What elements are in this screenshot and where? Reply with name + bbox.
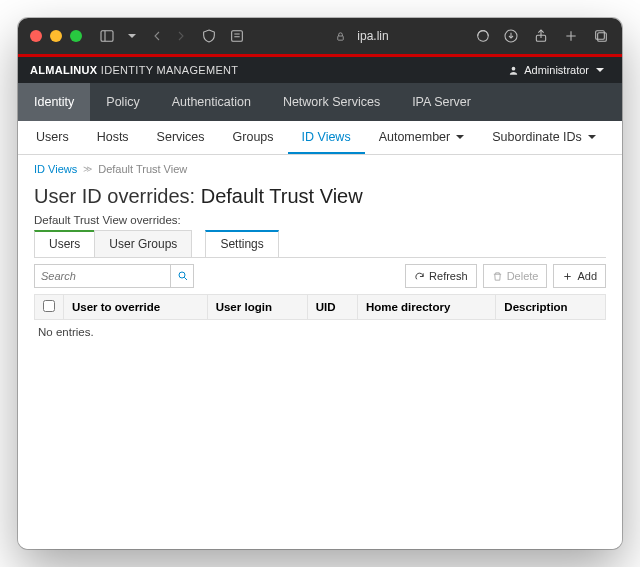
col-select-all — [35, 295, 64, 320]
overrides-table: User to override User login UID Home dir… — [34, 294, 606, 320]
chevron-down-icon — [594, 64, 604, 76]
svg-rect-0 — [101, 31, 113, 42]
col-description[interactable]: Description — [496, 295, 606, 320]
brand: ALMALINUX IDENTITY MANAGEMENT — [30, 64, 238, 76]
col-user-to-override[interactable]: User to override — [64, 295, 208, 320]
plus-icon — [562, 271, 573, 282]
chevron-down-icon — [586, 130, 596, 144]
nav1-network-services[interactable]: Network Services — [267, 83, 396, 121]
toolbar: Refresh Delete Add — [34, 264, 606, 288]
trash-icon — [492, 271, 503, 282]
user-icon — [508, 65, 519, 76]
add-button[interactable]: Add — [553, 264, 606, 288]
sidebar-toggle-icon[interactable] — [98, 27, 116, 45]
inner-tab-user-groups[interactable]: User Groups — [94, 230, 192, 257]
shield-icon[interactable] — [200, 27, 218, 45]
user-menu-label: Administrator — [524, 64, 589, 76]
col-user-login[interactable]: User login — [207, 295, 307, 320]
downloads-icon[interactable] — [502, 27, 520, 45]
svg-rect-5 — [338, 36, 344, 40]
inner-tabs: Users User Groups Settings — [34, 230, 606, 258]
refresh-button[interactable]: Refresh — [405, 264, 477, 288]
svg-line-15 — [184, 277, 187, 280]
page-subtitle: Default Trust View overrides: — [34, 214, 606, 226]
browser-titlebar: ipa.lin — [18, 18, 622, 54]
nav-forward-button[interactable] — [172, 27, 190, 45]
lock-icon — [331, 27, 349, 45]
breadcrumb: ID Views ≫ Default Trust View — [34, 163, 606, 175]
user-menu[interactable]: Administrator — [502, 61, 610, 79]
url-host: ipa.lin — [357, 29, 388, 43]
nav1-authentication[interactable]: Authentication — [156, 83, 267, 121]
reload-button[interactable] — [474, 27, 492, 45]
col-home-directory[interactable]: Home directory — [357, 295, 495, 320]
breadcrumb-root[interactable]: ID Views — [34, 163, 77, 175]
app-header: ALMALINUX IDENTITY MANAGEMENT Administra… — [18, 57, 622, 83]
select-all-checkbox[interactable] — [43, 300, 55, 312]
minimize-window-button[interactable] — [50, 30, 62, 42]
nav2-subordinate-ids[interactable]: Subordinate IDs — [478, 121, 610, 154]
table-empty-message: No entries. — [34, 320, 606, 344]
svg-point-14 — [179, 272, 185, 278]
nav1-ipa-server[interactable]: IPA Server — [396, 83, 487, 121]
inner-tab-users[interactable]: Users — [34, 230, 95, 257]
breadcrumb-separator: ≫ — [83, 164, 92, 174]
primary-nav: Identity Policy Authentication Network S… — [18, 83, 622, 121]
svg-rect-2 — [232, 31, 243, 42]
address-bar[interactable]: ipa.lin — [256, 27, 464, 45]
share-icon[interactable] — [532, 27, 550, 45]
content-area: ID Views ≫ Default Trust View User ID ov… — [18, 155, 622, 549]
page-title: User ID overrides: Default Trust View — [34, 185, 606, 208]
chevron-down-icon — [454, 130, 464, 144]
nav-back-button[interactable] — [148, 27, 166, 45]
nav2-services[interactable]: Services — [143, 121, 219, 154]
window-controls — [30, 30, 82, 42]
inner-tab-settings[interactable]: Settings — [205, 230, 278, 257]
nav1-identity[interactable]: Identity — [18, 83, 90, 121]
svg-rect-12 — [596, 31, 605, 40]
search-icon — [177, 270, 189, 282]
sidebar-menu-caret[interactable] — [126, 27, 136, 45]
search-button[interactable] — [170, 264, 194, 288]
svg-point-13 — [512, 66, 516, 70]
browser-window: ipa.lin ALMALINUX IDENTITY MANAGEMENT Ad… — [18, 18, 622, 549]
search-field — [34, 264, 194, 288]
nav2-users[interactable]: Users — [22, 121, 83, 154]
secondary-nav: Users Hosts Services Groups ID Views Aut… — [18, 121, 622, 155]
new-tab-icon[interactable] — [562, 27, 580, 45]
nav2-hosts[interactable]: Hosts — [83, 121, 143, 154]
refresh-icon — [414, 271, 425, 282]
nav2-automember[interactable]: Automember — [365, 121, 479, 154]
breadcrumb-leaf: Default Trust View — [98, 163, 187, 175]
nav2-groups[interactable]: Groups — [219, 121, 288, 154]
col-uid[interactable]: UID — [307, 295, 357, 320]
nav1-policy[interactable]: Policy — [90, 83, 155, 121]
zoom-window-button[interactable] — [70, 30, 82, 42]
svg-rect-11 — [598, 33, 607, 42]
close-window-button[interactable] — [30, 30, 42, 42]
reader-icon[interactable] — [228, 27, 246, 45]
tabs-overview-icon[interactable] — [592, 27, 610, 45]
delete-button[interactable]: Delete — [483, 264, 548, 288]
nav2-id-views[interactable]: ID Views — [288, 121, 365, 154]
